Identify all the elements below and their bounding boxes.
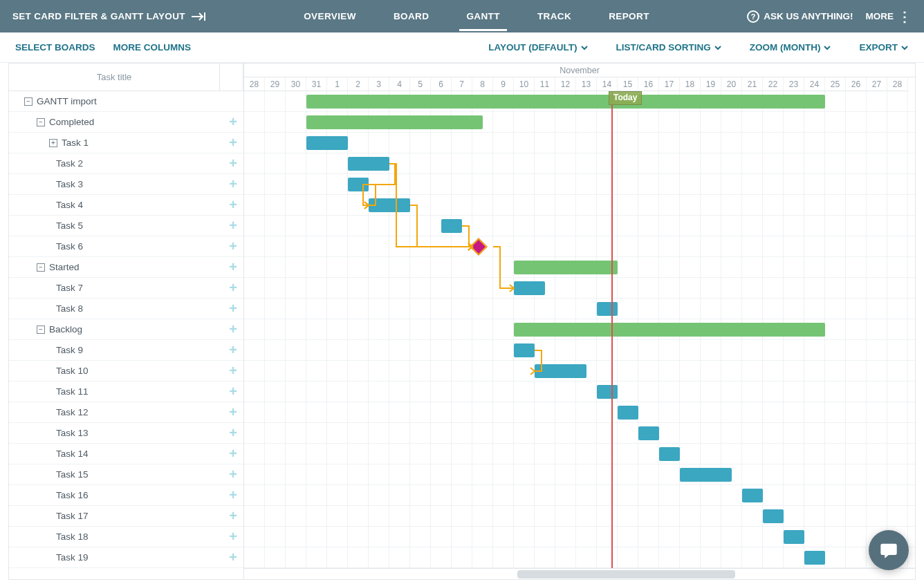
task-list-column: Task title −GANTT import−Completed++Task… bbox=[9, 64, 244, 579]
collapse-icon[interactable]: − bbox=[37, 326, 45, 334]
task-row[interactable]: Task 4+ bbox=[9, 195, 243, 216]
add-task-icon[interactable]: + bbox=[227, 365, 239, 377]
add-task-icon[interactable]: + bbox=[227, 344, 239, 357]
task-row[interactable]: Task 9+ bbox=[9, 340, 243, 361]
task-row[interactable]: −GANTT import bbox=[9, 91, 243, 112]
add-task-icon[interactable]: + bbox=[227, 323, 239, 336]
task-row[interactable]: Task 6+ bbox=[9, 236, 243, 257]
add-task-icon[interactable]: + bbox=[227, 469, 239, 481]
task-row[interactable]: Task 8+ bbox=[9, 299, 243, 319]
task-bar[interactable] bbox=[659, 447, 680, 461]
task-bar[interactable] bbox=[535, 364, 586, 378]
group-bar[interactable] bbox=[514, 261, 618, 274]
task-bar[interactable] bbox=[369, 198, 410, 212]
nav-tab-track[interactable]: TRACK bbox=[537, 1, 571, 31]
group-bar[interactable] bbox=[306, 95, 825, 109]
filter-layout-button[interactable]: SET CARD FILTER & GANTT LAYOUT bbox=[12, 11, 206, 21]
layout-dropdown[interactable]: LAYOUT (DEFAULT) bbox=[488, 42, 588, 53]
task-row[interactable]: Task 3+ bbox=[9, 174, 243, 195]
task-row[interactable]: Task 11+ bbox=[9, 382, 243, 402]
collapse-icon[interactable]: − bbox=[37, 263, 45, 272]
task-bar[interactable] bbox=[348, 157, 389, 171]
task-row[interactable]: Task 19+ bbox=[9, 547, 243, 568]
task-bar[interactable] bbox=[680, 468, 732, 482]
nav-tab-overview[interactable]: OVERVIEW bbox=[304, 1, 356, 31]
expand-icon[interactable]: + bbox=[49, 139, 57, 147]
task-title: Task 3 bbox=[56, 179, 83, 189]
task-bar[interactable] bbox=[784, 530, 804, 544]
collapse-icon[interactable]: − bbox=[37, 118, 45, 126]
task-bar[interactable] bbox=[597, 385, 618, 399]
add-task-icon[interactable]: + bbox=[227, 116, 239, 129]
task-row[interactable]: Task 17+ bbox=[9, 506, 243, 527]
task-bar[interactable] bbox=[742, 489, 763, 502]
nav-tab-board[interactable]: BOARD bbox=[394, 1, 429, 31]
group-bar[interactable] bbox=[514, 323, 825, 337]
task-row[interactable]: −Started+ bbox=[9, 257, 243, 278]
day-cell: 28 bbox=[887, 77, 908, 91]
zoom-dropdown[interactable]: ZOOM (MONTH) bbox=[750, 42, 832, 53]
task-bar[interactable] bbox=[441, 219, 462, 233]
task-row[interactable]: Task 5+ bbox=[9, 216, 243, 236]
day-cell: 5 bbox=[410, 77, 431, 91]
task-bar[interactable] bbox=[804, 551, 825, 565]
sort-dropdown[interactable]: LIST/CARD SORTING bbox=[616, 42, 722, 53]
add-task-icon[interactable]: + bbox=[227, 199, 239, 211]
task-bar[interactable] bbox=[348, 178, 369, 191]
nav-tab-gantt[interactable]: GANTT bbox=[466, 1, 500, 31]
task-row[interactable]: −Completed+ bbox=[9, 112, 243, 133]
day-cell: 22 bbox=[763, 77, 784, 91]
collapse-icon[interactable]: − bbox=[24, 97, 33, 106]
task-bar[interactable] bbox=[638, 426, 659, 440]
task-bar[interactable] bbox=[597, 302, 618, 316]
task-row[interactable]: Task 7+ bbox=[9, 278, 243, 299]
select-boards-button[interactable]: SELECT BOARDS bbox=[15, 42, 95, 53]
add-task-icon[interactable]: + bbox=[227, 489, 239, 502]
add-task-icon[interactable]: + bbox=[227, 552, 239, 564]
task-row[interactable]: Task 2+ bbox=[9, 153, 243, 174]
scrollbar-thumb[interactable] bbox=[517, 570, 735, 578]
task-row[interactable]: Task 10+ bbox=[9, 361, 243, 382]
task-row[interactable]: −Backlog+ bbox=[9, 319, 243, 340]
export-dropdown[interactable]: EXPORT bbox=[859, 42, 909, 53]
task-row[interactable]: Task 13+ bbox=[9, 423, 243, 444]
add-task-icon[interactable]: + bbox=[227, 427, 239, 440]
add-task-icon[interactable]: + bbox=[227, 261, 239, 274]
gantt-container: Task title −GANTT import−Completed++Task… bbox=[8, 63, 916, 580]
task-row[interactable]: +Task 1+ bbox=[9, 133, 243, 153]
more-columns-button[interactable]: MORE COLUMNS bbox=[113, 42, 192, 53]
add-task-icon[interactable]: + bbox=[227, 448, 239, 460]
nav-tab-report[interactable]: REPORT bbox=[609, 1, 649, 31]
task-bar[interactable] bbox=[514, 281, 545, 295]
timeline-row bbox=[244, 340, 915, 361]
add-task-icon[interactable]: + bbox=[227, 178, 239, 191]
task-bar[interactable] bbox=[514, 343, 535, 357]
add-task-icon[interactable]: + bbox=[227, 386, 239, 398]
add-task-icon[interactable]: + bbox=[227, 158, 239, 170]
add-task-icon[interactable]: + bbox=[227, 303, 239, 315]
add-task-icon[interactable]: + bbox=[227, 241, 239, 253]
task-row[interactable]: Task 16+ bbox=[9, 485, 243, 506]
more-menu[interactable]: MORE ⋮ bbox=[866, 11, 912, 21]
add-task-icon[interactable]: + bbox=[227, 282, 239, 294]
timeline[interactable]: November 2829303112345678910111213141516… bbox=[244, 64, 915, 579]
task-row[interactable]: Task 15+ bbox=[9, 464, 243, 485]
task-row[interactable]: Task 14+ bbox=[9, 444, 243, 464]
chat-fab[interactable] bbox=[869, 530, 909, 570]
ask-help-button[interactable]: ? ASK US ANYTHING! bbox=[747, 10, 853, 23]
task-bar[interactable] bbox=[618, 406, 638, 420]
group-bar[interactable] bbox=[306, 115, 483, 129]
add-task-icon[interactable]: + bbox=[227, 220, 239, 232]
task-bar[interactable] bbox=[763, 509, 784, 523]
timeline-row bbox=[244, 216, 915, 236]
add-task-icon[interactable]: + bbox=[227, 137, 239, 149]
sub-toolbar: SELECT BOARDS MORE COLUMNS LAYOUT (DEFAU… bbox=[0, 32, 924, 63]
day-cell: 15 bbox=[618, 77, 638, 91]
add-task-icon[interactable]: + bbox=[227, 531, 239, 543]
task-bar[interactable] bbox=[306, 136, 348, 150]
task-row[interactable]: Task 12+ bbox=[9, 402, 243, 423]
add-task-icon[interactable]: + bbox=[227, 406, 239, 419]
add-task-icon[interactable]: + bbox=[227, 510, 239, 522]
horizontal-scrollbar[interactable] bbox=[244, 568, 915, 579]
task-row[interactable]: Task 18+ bbox=[9, 527, 243, 547]
